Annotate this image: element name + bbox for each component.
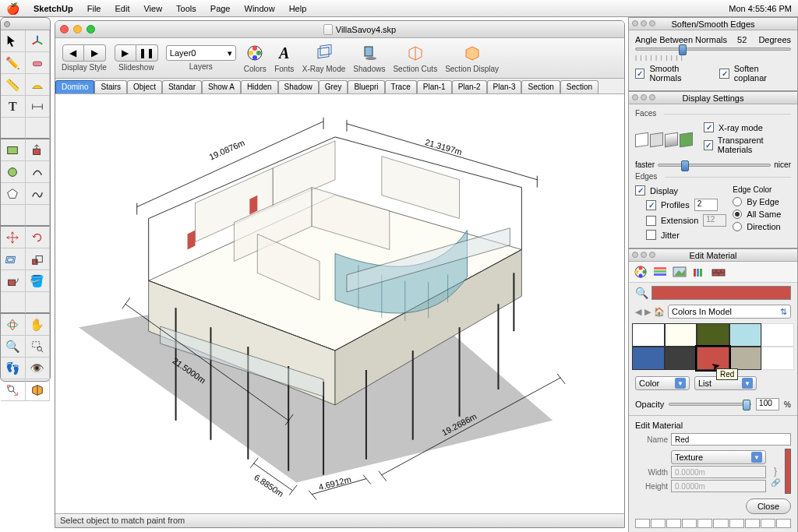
scene-tab-grey[interactable]: Grey bbox=[319, 80, 348, 93]
scene-tab-showa[interactable]: Show A bbox=[202, 80, 241, 93]
search-icon[interactable]: 🔍 bbox=[635, 287, 648, 299]
xray-button[interactable]: X-Ray Mode bbox=[302, 43, 346, 73]
by-edge-radio[interactable] bbox=[733, 197, 742, 206]
shadows-button[interactable]: Shadows bbox=[353, 43, 385, 73]
section-display-button[interactable]: Section Display bbox=[445, 43, 499, 73]
menu-help[interactable]: Help bbox=[289, 4, 307, 13]
scene-tab-plan2[interactable]: Plan-2 bbox=[452, 80, 487, 93]
swatch-olive[interactable] bbox=[697, 323, 729, 347]
xray-mode-checkbox[interactable] bbox=[704, 122, 714, 132]
material-name-input[interactable] bbox=[671, 433, 791, 446]
layers-select[interactable]: Layer0▾ bbox=[166, 45, 236, 61]
scale-tool[interactable] bbox=[26, 248, 51, 270]
display-edges-checkbox[interactable] bbox=[635, 185, 645, 196]
current-color-swatch[interactable] bbox=[651, 286, 791, 300]
move-tool[interactable] bbox=[1, 227, 26, 248]
circle-tool[interactable] bbox=[1, 161, 26, 183]
menu-file[interactable]: File bbox=[87, 4, 101, 13]
palette-well[interactable] bbox=[635, 519, 650, 528]
tape-tool[interactable]: 📏 bbox=[1, 74, 26, 96]
swatch-red[interactable]: ➤ bbox=[697, 347, 729, 370]
home-icon[interactable]: 🏠 bbox=[654, 307, 665, 317]
rotate-tool[interactable] bbox=[26, 227, 51, 248]
look-tool[interactable]: 👁️ bbox=[26, 358, 51, 379]
slideshow-pause[interactable]: ❚❚ bbox=[136, 44, 158, 62]
close-button[interactable]: Close bbox=[746, 499, 791, 514]
pencil-tool[interactable]: ✏️ bbox=[1, 52, 26, 74]
nav-back-icon[interactable]: ◀ bbox=[635, 307, 641, 317]
pan-tool[interactable]: ✋ bbox=[26, 314, 51, 336]
material-preview-swatch[interactable] bbox=[785, 449, 791, 494]
crayons-icon[interactable] bbox=[690, 265, 708, 279]
paint-tool[interactable]: 🪣 bbox=[26, 270, 51, 292]
swatch-blank2[interactable] bbox=[761, 347, 794, 370]
image-palette-icon[interactable] bbox=[671, 265, 688, 279]
angle-slider[interactable] bbox=[635, 48, 791, 51]
display-style-next[interactable]: ▶ bbox=[84, 44, 106, 62]
eraser-tool[interactable] bbox=[26, 52, 51, 74]
color-dropdown[interactable]: Color▼ bbox=[635, 376, 690, 390]
swatch-blank1[interactable] bbox=[761, 323, 794, 347]
text-tool[interactable]: T bbox=[1, 96, 26, 118]
soften-panel-header[interactable]: Soften/Smooth Edges bbox=[629, 18, 797, 30]
brick-icon[interactable] bbox=[710, 265, 727, 279]
extension-checkbox[interactable] bbox=[646, 216, 656, 226]
walk-tool[interactable]: 👣 bbox=[1, 358, 26, 379]
direction-radio[interactable] bbox=[733, 222, 742, 231]
menu-edit[interactable]: Edit bbox=[115, 4, 129, 13]
rectangle-tool[interactable] bbox=[1, 139, 26, 161]
material-panel-header[interactable]: Edit Material bbox=[629, 249, 797, 262]
menu-window[interactable]: Window bbox=[245, 4, 275, 13]
document-titlebar[interactable]: VillaSavoy4.skp bbox=[55, 21, 624, 38]
transparent-checkbox[interactable] bbox=[704, 140, 713, 150]
zoom-window-icon[interactable] bbox=[87, 25, 95, 33]
width-input[interactable] bbox=[671, 466, 766, 478]
offset-tool[interactable] bbox=[1, 248, 26, 270]
protractor-tool[interactable] bbox=[26, 74, 51, 96]
close-window-icon[interactable] bbox=[60, 25, 69, 33]
face-style-icons[interactable] bbox=[635, 133, 693, 146]
scene-tab-shadow[interactable]: Shadow bbox=[278, 80, 319, 93]
scene-tab-object[interactable]: Object bbox=[127, 80, 162, 93]
arc-tool[interactable] bbox=[26, 161, 51, 183]
zoom-tool[interactable]: 🔍 bbox=[1, 336, 26, 358]
profiles-checkbox[interactable] bbox=[646, 200, 656, 210]
opacity-input[interactable]: 100 bbox=[756, 398, 779, 410]
swatch-tan[interactable] bbox=[729, 347, 762, 370]
opacity-slider[interactable] bbox=[669, 403, 751, 406]
scene-tab-plan1[interactable]: Plan-1 bbox=[417, 80, 452, 93]
apple-icon[interactable]: 🍎 bbox=[6, 2, 19, 15]
scene-tab-section2[interactable]: Section bbox=[560, 80, 598, 93]
texture-dropdown[interactable]: Texture▼ bbox=[671, 450, 766, 464]
minimize-window-icon[interactable] bbox=[73, 25, 82, 33]
soften-coplanar-checkbox[interactable] bbox=[719, 69, 729, 79]
menu-page[interactable]: Page bbox=[210, 4, 231, 13]
follow-tool[interactable] bbox=[1, 270, 26, 292]
menu-view[interactable]: View bbox=[143, 4, 162, 13]
scene-tab-bluepri[interactable]: Bluepri bbox=[348, 80, 384, 93]
scene-tab-stairs[interactable]: Stairs bbox=[94, 80, 127, 93]
fonts-button[interactable]: A Fonts bbox=[274, 43, 295, 73]
menu-tools[interactable]: Tools bbox=[176, 4, 196, 13]
scene-tab-plan3[interactable]: Plan-3 bbox=[487, 80, 522, 93]
zoom-window-tool[interactable] bbox=[26, 336, 51, 358]
swatch-charcoal[interactable] bbox=[665, 347, 697, 370]
smooth-normals-checkbox[interactable] bbox=[635, 69, 644, 79]
zoom-extents-tool[interactable] bbox=[1, 379, 26, 401]
polygon-tool[interactable] bbox=[1, 183, 26, 205]
extension-input[interactable]: 12 bbox=[703, 214, 726, 227]
pushpull-tool[interactable] bbox=[26, 139, 51, 161]
scene-tab-hidden[interactable]: Hidden bbox=[241, 80, 278, 93]
scene-tab-section1[interactable]: Section bbox=[521, 80, 560, 93]
color-wheel-icon[interactable] bbox=[632, 265, 649, 279]
scene-tab-standar[interactable]: Standar bbox=[162, 80, 202, 93]
axes-tool[interactable] bbox=[26, 30, 51, 52]
colors-button[interactable]: Colors bbox=[244, 43, 267, 73]
dimension-tool[interactable] bbox=[26, 96, 51, 118]
viewport[interactable]: 19.0876m 21.3197m 21.5000m 6.8850m 4.691… bbox=[55, 94, 624, 515]
sliders-icon[interactable] bbox=[651, 265, 669, 279]
display-style-prev[interactable]: ◀ bbox=[62, 44, 84, 62]
section-tool[interactable] bbox=[26, 379, 51, 401]
palette-titlebar[interactable] bbox=[1, 18, 50, 30]
quality-slider[interactable] bbox=[658, 164, 771, 167]
